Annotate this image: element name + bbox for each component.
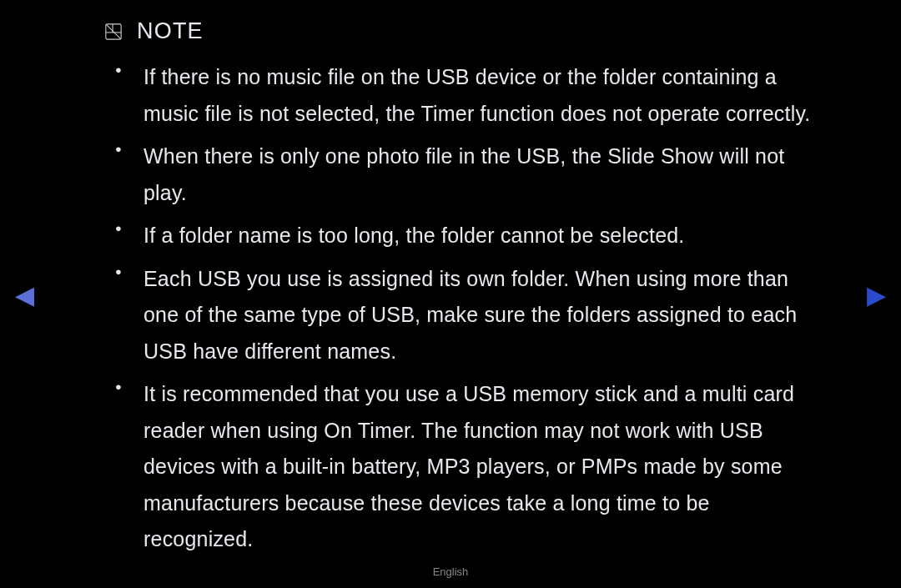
list-item: It is recommended that you use a USB mem… — [143, 376, 818, 558]
note-list: If there is no music file on the USB dev… — [107, 59, 818, 558]
list-item: Each USB you use is assigned its own fol… — [143, 261, 818, 370]
list-item: When there is only one photo file in the… — [143, 138, 818, 211]
note-label: NOTE — [137, 18, 204, 44]
content-panel: NOTE If there is no music file on the US… — [0, 0, 901, 558]
list-item: If a folder name is too long, the folder… — [143, 218, 818, 254]
svg-line-1 — [106, 23, 121, 38]
footer-language: English — [433, 565, 469, 578]
note-icon — [103, 22, 123, 42]
list-item: If there is no music file on the USB dev… — [143, 59, 818, 132]
note-header: NOTE — [103, 18, 818, 44]
nav-prev-button[interactable]: ◀ — [15, 279, 34, 309]
nav-next-button[interactable]: ▶ — [867, 279, 886, 309]
